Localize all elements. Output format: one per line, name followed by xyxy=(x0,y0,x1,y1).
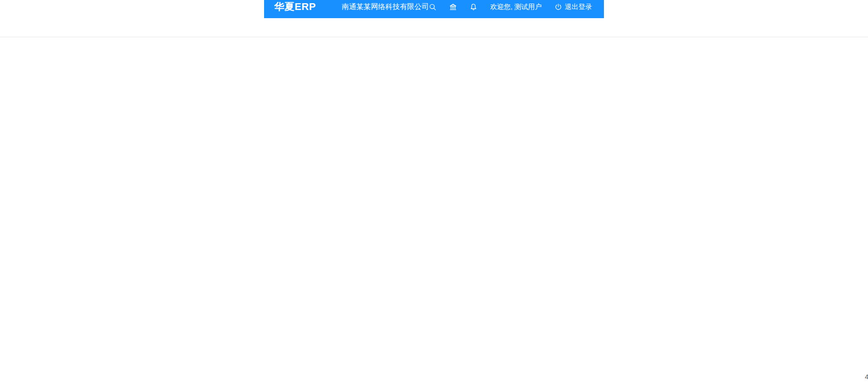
search-icon[interactable] xyxy=(429,3,436,11)
app-logo[interactable]: 华夏ERP xyxy=(264,0,334,14)
content: 单据编号: 商品信息: 单据日期: ~ xyxy=(0,37,868,385)
bell-icon[interactable] xyxy=(470,3,477,11)
top-header: 华夏ERP 南通某某网络科技有限公司 欢迎您, 测试用户 退出登录 xyxy=(264,0,603,18)
page-button[interactable]: 3 xyxy=(0,370,428,384)
welcome-text: 欢迎您, 测试用户 xyxy=(490,3,541,11)
table-wrap: 操作供应商单据编号商品信息单据日期操作员数量金额合计含税合计待付金额本次付款本次… xyxy=(0,94,868,357)
toolbar: 新增 导出 批量操作 列设置 ? xyxy=(0,70,868,87)
bank-icon[interactable] xyxy=(449,3,457,11)
tab-bar: 首页采购入库 xyxy=(0,18,868,37)
pagination: 1-10 共125条 12345•••13 10 条/页 跳至 页 xyxy=(0,356,868,385)
logout-icon xyxy=(554,3,562,11)
logout-label: 退出登录 xyxy=(565,3,592,11)
header-actions: 欢迎您, 测试用户 退出登录 xyxy=(429,3,603,11)
erp-app: 华夏ERP 南通某某网络科技有限公司 欢迎您, 测试用户 退出登录 首页零售管理… xyxy=(0,0,868,14)
company-name: 南通某某网络科技有限公司 xyxy=(342,2,429,12)
filter-bar: 单据编号: 商品信息: 单据日期: ~ xyxy=(0,46,868,63)
logout-button[interactable]: 退出登录 xyxy=(554,3,592,11)
page-list: 12345•••13 xyxy=(0,370,868,384)
page-button[interactable]: 4 xyxy=(433,370,868,384)
